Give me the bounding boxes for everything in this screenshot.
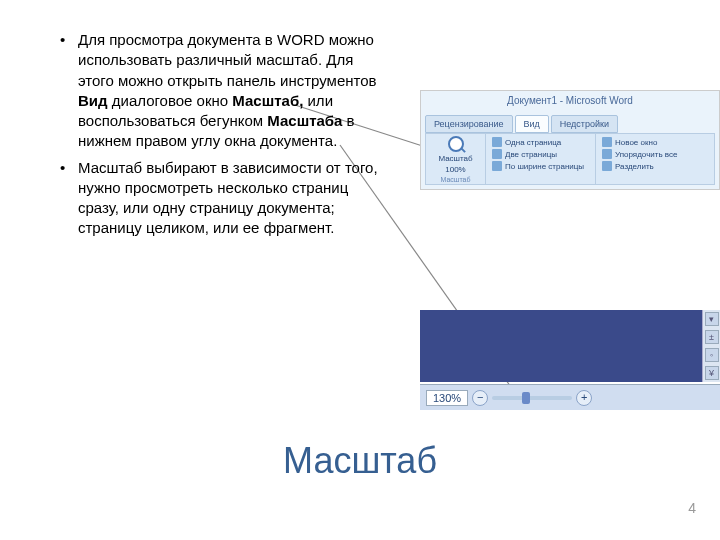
bold-text: Вид [78,92,108,109]
page-width-button[interactable]: По ширине страницы [492,161,589,171]
bullet-text: диалоговое окно [108,92,233,109]
label: По ширине страницы [505,162,584,171]
scale-percent: 100% [432,165,479,174]
magnify-icon [448,136,464,152]
word-ribbon-screenshot: Документ1 - Microsoft Word Рецензировани… [420,90,720,190]
page-number: 4 [688,500,696,516]
bullet-text: Для просмотра документа в WORD можно исп… [78,31,377,89]
page-icon [492,137,502,147]
zoom-slider[interactable] [492,396,572,400]
bullet-list: Для просмотра документа в WORD можно исп… [60,30,390,245]
width-icon [492,161,502,171]
zoom-percent[interactable]: 130% [426,390,468,406]
document-dark-area: ▾ ± ◦ ¥ [420,310,720,382]
scroll-button[interactable]: ¥ [705,366,719,380]
scrollbar-column: ▾ ± ◦ ¥ [702,310,720,382]
scroll-button[interactable]: ± [705,330,719,344]
bold-text: Масштаб, [232,92,303,109]
arrange-all-button[interactable]: Упорядочить все [602,149,708,159]
ribbon-body: Масштаб 100% Масштаб Одна страница Две с… [425,133,715,185]
two-pages-button[interactable]: Две страницы [492,149,589,159]
scroll-button[interactable]: ▾ [705,312,719,326]
label: Две страницы [505,150,557,159]
bullet-text: Масштаб выбирают в зависимости от того, … [78,159,378,237]
split-button[interactable]: Разделить [602,161,708,171]
split-icon [602,161,612,171]
label: Упорядочить все [615,150,677,159]
status-bar: 130% − + [420,384,720,410]
window-title: Документ1 - Microsoft Word [421,95,719,106]
bold-text: Масштаба [267,112,342,129]
new-window-button[interactable]: Новое окно [602,137,708,147]
zoom-in-button[interactable]: + [576,390,592,406]
tab-addins[interactable]: Недстройки [551,115,618,133]
ribbon-tabs: Рецензирование Вид Недстройки [425,115,618,133]
ribbon-group-scale: Масштаб 100% Масштаб [426,134,486,184]
scroll-button[interactable]: ◦ [705,348,719,362]
label: Новое окно [615,138,657,147]
arrange-icon [602,149,612,159]
word-zoom-screenshot: ▾ ± ◦ ¥ 130% − + [420,310,720,410]
bullet-item: Масштаб выбирают в зависимости от того, … [60,158,390,239]
zoom-out-button[interactable]: − [472,390,488,406]
zoom-slider-thumb[interactable] [522,392,530,404]
ribbon-group-pages: Одна страница Две страницы По ширине стр… [486,134,596,184]
window-icon [602,137,612,147]
slide: Для просмотра документа в WORD можно исп… [0,0,720,540]
label: Разделить [615,162,654,171]
ribbon-group-label: Масштаб [426,176,485,183]
tab-review[interactable]: Рецензирование [425,115,513,133]
one-page-button[interactable]: Одна страница [492,137,589,147]
slide-title: Масштаб [0,440,720,482]
pages-icon [492,149,502,159]
tab-view[interactable]: Вид [515,115,549,133]
bullet-item: Для просмотра документа в WORD можно исп… [60,30,390,152]
scale-button-label: Масштаб [438,154,472,163]
ribbon-group-window: Новое окно Упорядочить все Разделить [596,134,714,184]
scale-button[interactable]: Масштаб [432,136,479,163]
label: Одна страница [505,138,561,147]
